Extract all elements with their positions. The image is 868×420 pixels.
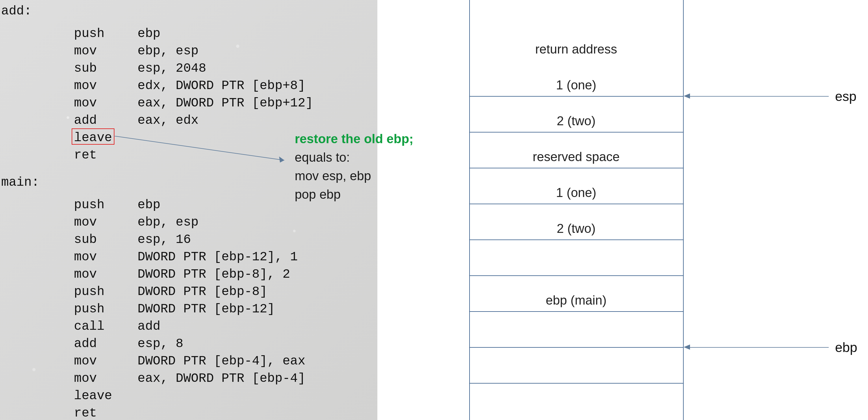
esp-arrow-line bbox=[690, 96, 829, 96]
svg-line-0 bbox=[114, 136, 284, 160]
stack-divider bbox=[469, 383, 683, 384]
stack-cell bbox=[469, 247, 683, 282]
asm-op: ebp bbox=[137, 196, 160, 214]
asm-op: eax, edx bbox=[137, 112, 198, 129]
annotation-line1: restore the old ebp; bbox=[295, 130, 413, 148]
asm-ins: push bbox=[74, 300, 104, 317]
asm-op: add bbox=[137, 317, 160, 335]
asm-ins: mov bbox=[74, 77, 97, 94]
asm-ins: add bbox=[74, 335, 97, 352]
asm-op: DWORD PTR [ebp-8] bbox=[137, 283, 267, 300]
stack-divider bbox=[469, 275, 683, 276]
ebp-label: ebp bbox=[835, 340, 857, 355]
asm-ins: sub bbox=[74, 60, 97, 77]
stack-divider bbox=[469, 204, 683, 204]
asm-ins: push bbox=[74, 196, 104, 214]
stack-cell: ebp (main) bbox=[469, 282, 683, 318]
assembly-code-panel: add: pushebp movebp, esp subesp, 2048 mo… bbox=[0, 0, 377, 420]
asm-op: DWORD PTR [ebp-12], 1 bbox=[137, 248, 298, 265]
asm-ins: call bbox=[74, 317, 104, 335]
asm-op: edx, DWORD PTR [ebp+8] bbox=[137, 77, 305, 94]
stack-cell: 2 (two) bbox=[469, 103, 683, 139]
asm-ins: mov bbox=[74, 265, 97, 283]
stack-cell: return address bbox=[469, 31, 683, 67]
asm-op: DWORD PTR [ebp-12] bbox=[137, 300, 275, 317]
stack-cell: 2 (two) bbox=[469, 211, 683, 247]
asm-op: ebp, esp bbox=[137, 42, 198, 60]
asm-ins: leave bbox=[74, 387, 112, 404]
annotation-line3: mov esp, ebp bbox=[295, 167, 413, 185]
annotation-line2: equals to: bbox=[295, 148, 413, 167]
stack-divider bbox=[469, 168, 683, 168]
asm-ins: push bbox=[74, 25, 104, 42]
asm-op: ebp bbox=[137, 25, 160, 42]
asm-ins: mov bbox=[74, 94, 97, 112]
stack-cell: 1 (one) bbox=[469, 175, 683, 211]
asm-ins: mov bbox=[74, 352, 97, 370]
stack-column: return address 1 (one) 2 (two) reserved … bbox=[469, 0, 683, 354]
stack-cell: reserved space bbox=[469, 139, 683, 175]
asm-ins: mov bbox=[74, 42, 97, 60]
asm-ins: mov bbox=[74, 214, 97, 231]
stack-divider bbox=[469, 132, 683, 133]
asm-ins: ret bbox=[74, 404, 97, 420]
asm-ins: mov bbox=[74, 370, 97, 387]
asm-op: esp, 2048 bbox=[137, 60, 206, 77]
stack-cell bbox=[469, 318, 683, 354]
asm-ins: mov bbox=[74, 248, 97, 265]
stack-divider bbox=[469, 347, 683, 348]
annotation-block: restore the old ebp; equals to: mov esp,… bbox=[295, 130, 413, 204]
stack-divider bbox=[469, 240, 683, 240]
stack-right-border bbox=[683, 0, 684, 420]
ebp-arrow-head bbox=[684, 344, 690, 350]
stack-divider bbox=[469, 311, 683, 312]
asm-ins: add bbox=[74, 112, 97, 129]
asm-op: esp, 8 bbox=[137, 335, 183, 352]
diagram-root: add: pushebp movebp, esp subesp, 2048 mo… bbox=[0, 0, 868, 420]
stack-divider bbox=[469, 96, 683, 96]
asm-ins: ret bbox=[74, 146, 97, 164]
label-add: add: bbox=[1, 2, 32, 20]
svg-marker-1 bbox=[279, 157, 284, 163]
asm-op: eax, DWORD PTR [ebp-4] bbox=[137, 370, 305, 387]
asm-op: ebp, esp bbox=[137, 214, 198, 231]
ebp-arrow-line bbox=[690, 347, 829, 348]
asm-ins: sub bbox=[74, 231, 97, 248]
esp-arrow-head bbox=[684, 93, 690, 99]
stack-cell bbox=[469, 0, 683, 31]
annotation-line4: pop ebp bbox=[295, 185, 413, 204]
esp-label: esp bbox=[835, 88, 857, 104]
asm-op: eax, DWORD PTR [ebp+12] bbox=[137, 94, 313, 112]
label-main: main: bbox=[1, 173, 39, 191]
annotation-arrow bbox=[114, 136, 293, 171]
asm-op: DWORD PTR [ebp-4], eax bbox=[137, 352, 305, 370]
highlight-box-leave bbox=[72, 129, 115, 145]
asm-op: DWORD PTR [ebp-8], 2 bbox=[137, 265, 290, 283]
asm-ins: push bbox=[74, 283, 104, 300]
asm-op: esp, 16 bbox=[137, 231, 191, 248]
stack-cell: 1 (one) bbox=[469, 67, 683, 103]
